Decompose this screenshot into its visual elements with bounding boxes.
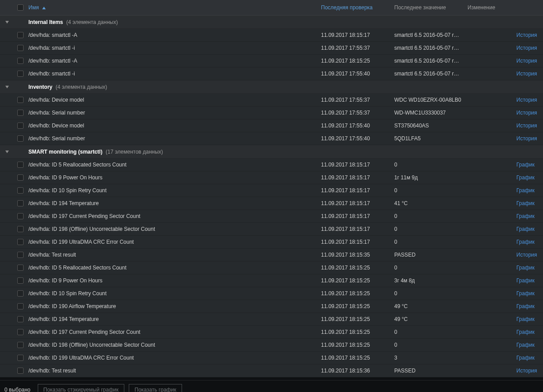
column-header-last-check[interactable]: Последняя проверка xyxy=(321,4,373,11)
show-stacked-graph-button[interactable]: Показать стэкируемый график xyxy=(38,384,124,392)
item-time: 11.09.2017 18:15:25 xyxy=(321,355,370,361)
item-value: 0 xyxy=(394,162,397,168)
row-checkbox[interactable] xyxy=(17,277,24,284)
graph-link[interactable]: График xyxy=(516,290,535,297)
graph-link[interactable]: График xyxy=(516,213,535,219)
graph-link[interactable]: График xyxy=(516,200,535,206)
graph-link[interactable]: График xyxy=(516,277,535,284)
history-link[interactable]: История xyxy=(516,110,537,116)
history-link[interactable]: История xyxy=(516,252,537,258)
row-checkbox[interactable] xyxy=(17,97,24,103)
row-checkbox[interactable] xyxy=(17,187,24,194)
row-checkbox[interactable] xyxy=(17,252,24,258)
item-name: /dev/hdb: Device model xyxy=(28,123,84,129)
data-row: /dev/hdb: ID 197 Current Pending Sector … xyxy=(0,326,543,339)
graph-link[interactable]: График xyxy=(516,265,535,271)
sort-asc-icon xyxy=(42,7,46,9)
row-checkbox[interactable] xyxy=(17,226,24,232)
data-row: /dev/hdb: Device model11.09.2017 17:55:4… xyxy=(0,119,543,132)
item-time: 11.09.2017 18:15:25 xyxy=(321,342,370,348)
history-link[interactable]: История xyxy=(516,71,537,77)
row-checkbox[interactable] xyxy=(17,329,24,335)
item-value: 0 xyxy=(394,329,397,335)
show-graph-button[interactable]: Показать график xyxy=(129,384,182,392)
row-checkbox[interactable] xyxy=(17,290,24,297)
data-row: /dev/hda: ID 198 (Offline) Uncorrectable… xyxy=(0,223,543,236)
graph-link[interactable]: График xyxy=(516,316,535,322)
history-link[interactable]: История xyxy=(516,123,537,129)
graph-link[interactable]: График xyxy=(516,329,535,335)
graph-link[interactable]: График xyxy=(516,162,535,168)
item-time: 11.09.2017 18:15:25 xyxy=(321,290,370,297)
item-value: 0 xyxy=(394,265,397,271)
column-header-name[interactable]: Имя xyxy=(28,4,46,11)
graph-link[interactable]: График xyxy=(516,187,535,194)
row-checkbox[interactable] xyxy=(17,45,24,51)
item-time: 11.09.2017 18:15:17 xyxy=(321,226,370,232)
item-value: 41 °C xyxy=(394,200,408,206)
item-name: /dev/hda: ID 198 (Offline) Uncorrectable… xyxy=(28,226,155,232)
graph-link[interactable]: График xyxy=(516,239,535,245)
graph-link[interactable]: График xyxy=(516,303,535,309)
table-header-row: Имя Последняя проверка Последнее значени… xyxy=(0,0,543,16)
row-checkbox[interactable] xyxy=(17,162,24,168)
graph-link[interactable]: График xyxy=(516,355,535,361)
chevron-down-icon[interactable] xyxy=(5,150,9,153)
row-checkbox[interactable] xyxy=(17,342,24,348)
item-name: /dev/hda: ID 10 Spin Retry Count xyxy=(28,187,107,194)
history-link[interactable]: История xyxy=(516,58,537,64)
item-value: smartctl 6.5 2016-05-07 r… xyxy=(394,45,459,51)
row-checkbox[interactable] xyxy=(17,135,24,142)
group-count-label: (4 элемента данных) xyxy=(65,19,118,25)
row-checkbox[interactable] xyxy=(17,123,24,129)
row-checkbox[interactable] xyxy=(17,174,24,181)
item-name: /dev/hdb: ID 190 Airflow Temperature xyxy=(28,303,116,309)
graph-link[interactable]: График xyxy=(516,342,535,348)
row-checkbox[interactable] xyxy=(17,213,24,219)
item-time: 11.09.2017 18:15:36 xyxy=(321,368,370,374)
chevron-down-icon[interactable] xyxy=(5,86,9,88)
item-value: 0 xyxy=(394,187,397,194)
item-name: /dev/hdb: Test result xyxy=(28,368,76,374)
history-link[interactable]: История xyxy=(516,32,537,38)
item-time: 11.09.2017 18:15:25 xyxy=(321,265,370,271)
row-checkbox[interactable] xyxy=(17,32,24,38)
item-name: /dev/hda: ID 9 Power On Hours xyxy=(28,174,103,181)
item-value: 49 °C xyxy=(394,303,408,309)
data-row: /dev/hdb: ID 190 Airflow Temperature11.0… xyxy=(0,300,543,313)
graph-link[interactable]: График xyxy=(516,174,535,181)
data-row: /dev/hdb: Serial number11.09.2017 17:55:… xyxy=(0,132,543,145)
item-name: /dev/hda: ID 194 Temperature xyxy=(28,200,99,206)
column-header-change: Изменение xyxy=(468,4,495,11)
group-count-label: (17 элементов данных) xyxy=(104,149,163,155)
data-row: /dev/hda: Device model11.09.2017 17:55:3… xyxy=(0,94,543,107)
select-all-checkbox[interactable] xyxy=(17,4,24,11)
row-checkbox[interactable] xyxy=(17,368,24,374)
item-name: /dev/hda: ID 199 UltraDMA CRC Error Coun… xyxy=(28,239,134,245)
history-link[interactable]: История xyxy=(516,45,537,51)
row-checkbox[interactable] xyxy=(17,200,24,206)
row-checkbox[interactable] xyxy=(17,58,24,64)
row-checkbox[interactable] xyxy=(17,265,24,271)
row-checkbox[interactable] xyxy=(17,110,24,116)
item-value: ST3750640AS xyxy=(394,123,429,129)
group-header-row: Inventory (4 элемента данных) xyxy=(0,80,543,94)
data-row: /dev/hdb: ID 5 Reallocated Sectors Count… xyxy=(0,261,543,274)
chevron-down-icon[interactable] xyxy=(5,21,9,24)
row-checkbox[interactable] xyxy=(17,303,24,309)
row-checkbox[interactable] xyxy=(17,239,24,245)
history-link[interactable]: История xyxy=(516,368,537,374)
row-checkbox[interactable] xyxy=(17,71,24,77)
history-link[interactable]: История xyxy=(516,135,537,142)
items-table: Имя Последняя проверка Последнее значени… xyxy=(0,0,543,377)
item-value: smartctl 6.5 2016-05-07 r… xyxy=(394,71,459,77)
graph-link[interactable]: График xyxy=(516,226,535,232)
group-header-row: Internal Items (4 элемента данных) xyxy=(0,16,543,29)
item-name: /dev/hdb: ID 198 (Offline) Uncorrectable… xyxy=(28,342,155,348)
row-checkbox[interactable] xyxy=(17,316,24,322)
history-link[interactable]: История xyxy=(516,97,537,103)
item-value: 0 xyxy=(394,226,397,232)
item-value: WD-WMC1U3330037 xyxy=(394,110,446,116)
row-checkbox[interactable] xyxy=(17,355,24,361)
item-value: smartctl 6.5 2016-05-07 r… xyxy=(394,32,459,38)
